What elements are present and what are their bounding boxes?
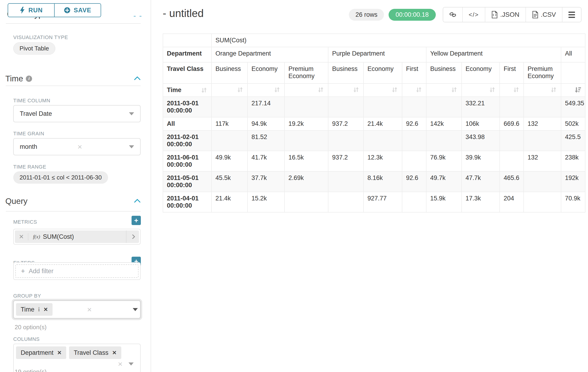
column-sort-header[interactable] <box>524 84 561 97</box>
value-cell <box>524 130 561 151</box>
column-sort-header[interactable] <box>248 84 284 97</box>
chevron-up-icon[interactable] <box>134 76 141 83</box>
chevron-up-icon[interactable] <box>134 199 141 205</box>
sort-icon[interactable] <box>451 86 458 93</box>
metric-pill[interactable]: ✕ f(x) SUM(Cost) <box>15 230 139 243</box>
time-column-select[interactable]: Travel Date <box>13 105 141 122</box>
table-row: 2011-03-01 00:00:00217.14332.21549.35 <box>163 97 585 117</box>
value-cell: 937.2 <box>328 151 364 171</box>
export-json-button[interactable]: .JSON <box>485 7 525 22</box>
caret-down-icon <box>129 112 134 115</box>
time-column-label: TIME COLUMN <box>13 98 51 104</box>
select-tag[interactable]: Timei✕ <box>16 303 52 316</box>
row-label: All <box>163 117 211 130</box>
divider <box>6 85 141 86</box>
time-grain-label: TIME GRAIN <box>13 131 44 137</box>
columns-select[interactable]: Department✕Travel Class✕ × <box>13 344 141 372</box>
value-cell <box>402 151 426 171</box>
save-button[interactable]: SAVE <box>54 4 101 17</box>
sort-icon[interactable] <box>415 86 422 93</box>
value-cell: 37.7k <box>248 171 284 192</box>
column-sort-header[interactable] <box>462 84 500 97</box>
sort-icon[interactable] <box>353 86 359 93</box>
value-cell: 16.5k <box>284 151 328 171</box>
clear-icon[interactable]: × <box>78 143 82 151</box>
column-sort-header[interactable] <box>402 84 426 97</box>
select-tag[interactable]: Department✕ <box>16 346 66 359</box>
json-file-icon <box>491 11 498 18</box>
travel-class-header: Premium Economy <box>524 62 561 84</box>
add-filter-button[interactable]: + Add filter <box>15 264 138 278</box>
time-column-value: Travel Date <box>20 110 52 117</box>
value-cell: 332.21 <box>462 97 500 117</box>
sort-icon[interactable] <box>391 86 398 93</box>
time-sort-header[interactable]: Time <box>163 84 211 97</box>
value-cell <box>426 97 462 117</box>
value-cell: 47.7k <box>462 171 500 192</box>
sort-icon[interactable] <box>550 86 557 93</box>
value-cell <box>284 130 328 151</box>
select-tag[interactable]: Travel Class✕ <box>69 346 121 359</box>
metric-control: ✕ f(x) SUM(Cost) <box>13 229 141 244</box>
visualization-type-pill[interactable]: Pivot Table <box>13 42 55 55</box>
add-metric-button[interactable]: + <box>132 216 141 225</box>
column-sort-header[interactable] <box>364 84 402 97</box>
group-by-select[interactable]: Timei✕ × <box>13 300 141 319</box>
code-icon: </> <box>469 11 479 18</box>
value-cell: 21.4k <box>364 117 402 130</box>
value-cell: 49.7k <box>426 171 462 192</box>
copy-link-button[interactable] <box>443 7 462 22</box>
table-row: 2011-04-01 00:00:0021.4k15.2k927.7715.9k… <box>163 192 585 212</box>
value-cell: 92.6 <box>402 171 426 192</box>
value-cell: 15.2k <box>248 192 284 212</box>
value-cell: 927.77 <box>364 192 402 212</box>
value-cell <box>402 97 426 117</box>
sort-icon[interactable] <box>317 86 324 93</box>
embed-code-button[interactable]: </> <box>462 7 485 22</box>
sort-icon[interactable] <box>237 86 243 93</box>
divider <box>6 211 141 212</box>
column-sort-header[interactable] <box>284 84 328 97</box>
value-cell <box>524 171 561 192</box>
table-row: 2011-02-01 00:00:0081.52343.98425.5 <box>163 130 585 151</box>
remove-tag-icon[interactable]: ✕ <box>112 350 116 356</box>
department-group-header: Yellow Department <box>426 47 561 62</box>
time-grain-select[interactable]: month × <box>13 138 141 155</box>
time-range-pill[interactable]: 2011-01-01 ≤ col < 2011-06-30 <box>13 171 108 184</box>
plus-circle-icon <box>64 7 70 13</box>
caret-down-icon <box>129 145 134 148</box>
sort-icon[interactable] <box>489 86 496 93</box>
result-toolbar: 26 rows 00:00:00.18 </> .JSON <box>349 7 581 22</box>
time-section-title: Time <box>5 74 23 83</box>
export-csv-button[interactable]: .CSV <box>525 7 562 22</box>
column-sort-header[interactable] <box>426 84 462 97</box>
value-cell: 2.69k <box>284 171 328 192</box>
value-cell <box>364 130 402 151</box>
value-cell <box>402 192 426 212</box>
expand-metric-button[interactable] <box>126 230 139 243</box>
remove-tag-icon[interactable]: ✕ <box>57 350 62 356</box>
value-cell <box>211 97 248 117</box>
column-sort-header[interactable] <box>561 84 585 97</box>
column-sort-header[interactable] <box>211 84 248 97</box>
sort-icon[interactable] <box>273 86 281 93</box>
run-button[interactable]: RUN <box>8 4 54 17</box>
add-filter-label: Add filter <box>29 268 54 275</box>
row-count-badge: 26 rows <box>349 9 384 21</box>
metric-header-cell: SUM(Cost) <box>211 34 585 47</box>
info-icon[interactable]: i <box>26 75 32 82</box>
json-button-label: .JSON <box>500 11 519 18</box>
column-sort-header[interactable] <box>328 84 364 97</box>
sort-icon[interactable] <box>200 87 208 94</box>
row-label: 2011-06-01 00:00:00 <box>163 151 211 171</box>
value-cell: 425.5 <box>561 130 585 151</box>
remove-tag-icon[interactable]: ✕ <box>43 307 48 313</box>
sort-desc-icon[interactable] <box>574 86 581 93</box>
more-options-button[interactable] <box>562 7 581 22</box>
column-sort-header[interactable] <box>500 84 524 97</box>
clear-icon[interactable]: × <box>87 306 92 313</box>
remove-metric-icon[interactable]: ✕ <box>15 233 28 240</box>
page-title[interactable]: - untitled <box>163 7 204 20</box>
sort-icon[interactable] <box>513 86 520 93</box>
clear-icon[interactable]: × <box>118 360 123 368</box>
